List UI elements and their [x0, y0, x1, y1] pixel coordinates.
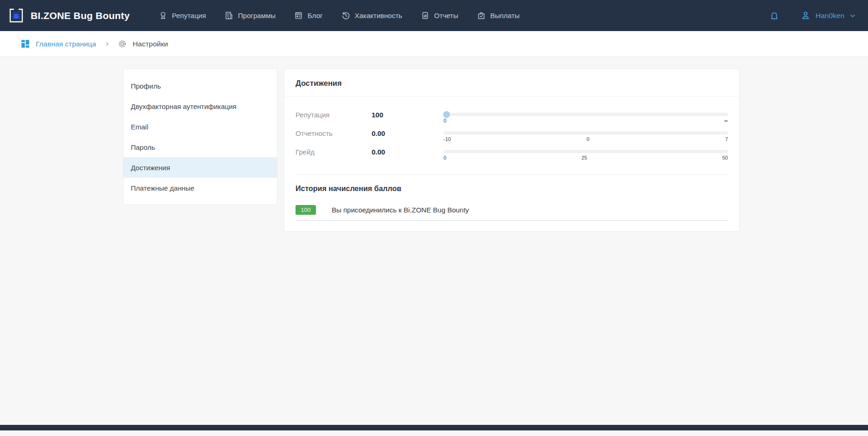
slider-thumb[interactable]	[443, 111, 450, 118]
bizone-bug-logo-icon	[7, 7, 25, 25]
building-icon	[225, 11, 233, 20]
medal-icon	[159, 11, 167, 20]
nav-item-label: Выплаты	[490, 12, 520, 19]
grade-slider[interactable]: 0 25 50	[444, 147, 728, 160]
top-navbar: BI.ZONE Bug Bounty Репутация Программы Б…	[0, 0, 868, 31]
username: Han0ken	[816, 12, 844, 20]
metric-row-reputation: Репутация 100 0 ∞	[296, 110, 728, 129]
breadcrumb-home-label: Главная страница	[36, 40, 96, 48]
nav-item-blog[interactable]: Блог	[294, 11, 322, 20]
breadcrumb-current-label: Настройки	[133, 40, 168, 48]
breadcrumb-home-link[interactable]: Главная страница	[20, 39, 96, 49]
nav-item-hacktivity[interactable]: Хакактивность	[341, 11, 402, 20]
nav-item-label: Отчеты	[434, 12, 458, 19]
slider-mark-min: 0	[444, 155, 446, 160]
nav-item-payouts[interactable]: Выплаты	[477, 11, 520, 20]
metric-row-grade: Грейд 0.00 0 25 50	[296, 147, 728, 166]
slider-marks: 0 ∞	[444, 118, 728, 123]
history-section-title: История начисления баллов	[296, 185, 728, 193]
achievements-panel: Достижения Репутация 100 0 ∞ О	[284, 69, 739, 231]
panel-title: Достижения	[284, 69, 739, 96]
slider-marks: 0 25 50	[444, 155, 728, 160]
chevron-down-icon	[849, 13, 856, 19]
user-icon	[801, 11, 810, 20]
nav-item-label: Хакактивность	[355, 12, 402, 19]
metric-row-reporting: Отчетность 0.00 -10 0 7	[296, 129, 728, 147]
sidebar-item-payment-details[interactable]: Платежные данные	[123, 178, 277, 198]
sidebar-item-2fa[interactable]: Двухфакторная аутентификация	[123, 96, 277, 116]
nav-item-reports[interactable]: Отчеты	[421, 11, 458, 20]
user-menu[interactable]: Han0ken	[801, 11, 856, 20]
metric-label: Репутация	[296, 110, 372, 120]
nav-item-label: Программы	[238, 12, 276, 19]
payments-icon	[477, 11, 486, 20]
nav-item-programs[interactable]: Программы	[225, 11, 276, 20]
nav-item-label: Репутация	[172, 12, 206, 19]
section-divider	[296, 174, 728, 175]
metric-value: 100	[372, 110, 444, 120]
sidebar-item-email[interactable]: Email	[123, 116, 277, 137]
brand-logo[interactable]: BI.ZONE Bug Bounty	[7, 7, 130, 25]
slider-track[interactable]	[444, 131, 728, 135]
app-window: BI.ZONE Bug Bounty Репутация Программы Б…	[0, 0, 868, 436]
history-entry: 100 Вы присоединились к Bi.ZONE Bug Boun…	[296, 205, 728, 221]
reputation-slider[interactable]: 0 ∞	[444, 110, 728, 123]
page-content: Профиль Двухфакторная аутентификация Ema…	[0, 57, 868, 430]
sidebar-item-profile[interactable]: Профиль	[123, 76, 277, 96]
slider-mark-mid: 0	[586, 136, 589, 142]
points-badge: 100	[296, 205, 316, 215]
settings-sidebar: Профиль Двухфакторная аутентификация Ema…	[123, 69, 277, 205]
report-icon	[421, 11, 430, 20]
panel-body: Репутация 100 0 ∞ Отчетность 0.00	[284, 96, 739, 231]
slider-mark-max: 50	[722, 155, 728, 160]
metric-value: 0.00	[372, 147, 444, 157]
slider-mark-max: 7	[725, 136, 728, 142]
footer-bar	[0, 425, 868, 430]
reporting-slider[interactable]: -10 0 7	[444, 129, 728, 142]
slider-track[interactable]	[444, 113, 728, 116]
sidebar-item-achievements[interactable]: Достижения	[123, 157, 277, 178]
history-entry-text: Вы присоединились к Bi.ZONE Bug Bounty	[332, 206, 469, 214]
slider-marks: -10 0 7	[444, 136, 728, 142]
metric-label: Отчетность	[296, 129, 372, 138]
sidebar-item-password[interactable]: Пароль	[123, 137, 277, 157]
notifications-bell-icon[interactable]	[769, 11, 779, 21]
nav-item-reputation[interactable]: Репутация	[159, 11, 206, 20]
brand-title: BI.ZONE Bug Bounty	[31, 10, 130, 21]
gear-icon	[117, 39, 127, 49]
metric-value: 0.00	[372, 129, 444, 138]
dashboard-grid-icon	[20, 39, 30, 49]
newspaper-icon	[294, 11, 303, 20]
main-nav: Репутация Программы Блог Хакактивность О…	[159, 11, 520, 20]
slider-mark-min: -10	[444, 136, 451, 142]
nav-item-label: Блог	[308, 12, 322, 19]
metric-label: Грейд	[296, 147, 372, 157]
breadcrumb-separator-icon	[105, 42, 109, 46]
slider-mark-mid: 25	[581, 155, 587, 160]
slider-track[interactable]	[444, 150, 728, 153]
navbar-right: Han0ken	[769, 11, 856, 21]
breadcrumb-current: Настройки	[117, 39, 168, 49]
breadcrumb: Главная страница Настройки	[0, 31, 868, 57]
slider-mark-max: ∞	[724, 118, 728, 123]
slider-mark-min: 0	[444, 118, 446, 123]
history-icon	[341, 11, 350, 20]
